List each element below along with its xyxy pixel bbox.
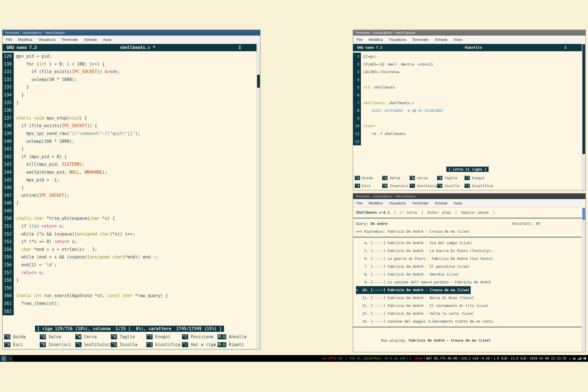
code-line: 145 mpv_pid = -1; bbox=[3, 176, 256, 184]
line-number: 149 bbox=[3, 207, 14, 215]
nano-shortcut[interactable]: ^X Esci bbox=[355, 182, 382, 190]
line-number: 141 bbox=[3, 145, 14, 153]
nano-shortcut[interactable]: ^\ Sostituisci bbox=[75, 341, 111, 349]
line-number: 12 bbox=[353, 138, 361, 146]
nano-shortcut[interactable]: ^/ Vai a riga bbox=[182, 341, 218, 349]
nano-shortcut[interactable]: ^\ Sostituisc bbox=[410, 182, 437, 190]
eject-icon[interactable] bbox=[573, 357, 576, 360]
empty-area bbox=[3, 315, 256, 326]
playlist-item[interactable]: 13. [--:--] Fabrizio De André - Volta la… bbox=[356, 310, 579, 318]
separator: | bbox=[507, 356, 510, 360]
line-number: 140 bbox=[3, 138, 14, 146]
skull-icon[interactable]: ☠ bbox=[569, 357, 571, 360]
playlist-item[interactable]: 12. [--:--] Fabrizio De André - Il testa… bbox=[356, 302, 579, 310]
nano-shortcut[interactable]: ^G Guida bbox=[355, 174, 382, 182]
volume-icon[interactable] bbox=[583, 357, 587, 360]
line-number: 135 bbox=[3, 99, 14, 107]
playlist-item[interactable]: 9. [--:--] La canzone dell'amore perduto… bbox=[356, 278, 579, 286]
playlist-item[interactable]: 7. [--:--] Fabrizio De André - Il pescat… bbox=[356, 263, 579, 270]
scrollbar[interactable] bbox=[256, 44, 260, 349]
playlist-item[interactable]: 5. [--:--] Fabrizio De André - La Guerra… bbox=[356, 247, 579, 255]
line-number: 151 bbox=[3, 223, 14, 230]
code-line: 154 char *end = s + strlen(s) - 1; bbox=[3, 246, 256, 254]
code-line: 7shellbeats: shellbeats.c bbox=[353, 99, 582, 107]
code-line: 144 waitpid(mpv_pid, NULL, WNOHANG); bbox=[3, 169, 256, 176]
workspace-button-2[interactable]: 2 bbox=[7, 356, 13, 361]
nano-shortcut[interactable]: ^G Guida bbox=[4, 333, 40, 341]
nano-shortcut[interactable]: ^W Cerca bbox=[75, 333, 111, 341]
menu-item-file[interactable]: File bbox=[356, 201, 363, 205]
playlist-item[interactable]: 14. [--:--] Canzone del maggio (Liberame… bbox=[356, 318, 579, 325]
nano-shortcut[interactable]: ^O Salva bbox=[40, 333, 75, 341]
menu-item-modifica[interactable]: Modifica bbox=[18, 38, 32, 42]
code-line: 2CFLAGS=-O2 -Wall -Wextra -std=c11 bbox=[353, 60, 582, 68]
separator: | bbox=[457, 356, 461, 360]
menu-item-visualizza[interactable]: Visualizza bbox=[38, 38, 55, 42]
menu-item-terminale[interactable]: Terminale bbox=[62, 38, 78, 42]
line-number: 145 bbox=[3, 176, 14, 184]
terminal-player[interactable]: ShellBeats v-0.1 | /: cerca | Enter: pla… bbox=[353, 207, 585, 352]
menu-item-file[interactable]: File bbox=[6, 38, 12, 42]
nano-shortcut[interactable]: ^R Inserisci bbox=[382, 182, 410, 190]
code-line: 149 bbox=[3, 207, 256, 215]
nano-shortcut[interactable]: ^W Cerca bbox=[410, 174, 437, 182]
nano-shortcut[interactable]: M-E Ripeti bbox=[218, 341, 253, 349]
menu-item-schede[interactable]: Schede bbox=[435, 38, 447, 42]
player-header: ShellBeats v-0.1 | /: cerca | Enter: pla… bbox=[356, 209, 579, 216]
scrollbar-thumb[interactable] bbox=[582, 44, 585, 154]
menu-item-aiuto[interactable]: Aiuto bbox=[454, 38, 462, 42]
nano-shortcut[interactable]: ^T Esegui bbox=[465, 174, 492, 182]
scrollbar-thumb[interactable] bbox=[257, 75, 260, 88]
nano-shortcut[interactable]: M-U Annulla bbox=[218, 333, 253, 341]
nano-shortcut[interactable]: ^J Giustifica bbox=[146, 341, 182, 349]
playlist-item-selected[interactable]: > 10. [--:--] Fabrizio De André - Creuza… bbox=[356, 286, 471, 294]
nano-filename: Makefile bbox=[382, 44, 564, 51]
scrollbar[interactable] bbox=[582, 207, 585, 352]
menu-item-visualizza[interactable]: Visualizza bbox=[389, 38, 406, 42]
titlebar[interactable]: Terminale - claudio@nes: ~/dev/C/player bbox=[353, 30, 585, 36]
menu-item-visualizza[interactable]: Visualizza bbox=[389, 201, 406, 205]
scrollbar-thumb[interactable] bbox=[582, 208, 585, 220]
line-number: 9 bbox=[353, 115, 361, 122]
nano-shortcut[interactable]: ^U Incolla bbox=[111, 341, 146, 349]
nano-shortcut[interactable]: ^R Inserisci bbox=[40, 341, 75, 349]
nano-shortcuts-row2: ^X Esci^R Inserisci^\ Sostituisc^U Incol… bbox=[353, 182, 582, 190]
playlist-item[interactable]: 6. [--:--] La guerra di Piero - Fabrizio… bbox=[356, 255, 579, 263]
code-line: 157 return s; bbox=[3, 269, 256, 277]
nano-flag: I bbox=[239, 44, 256, 51]
menu-item-modifica[interactable]: Modifica bbox=[369, 38, 383, 42]
code-area[interactable]: 129mpv_pid = pid;130 for (int i = 0; i <… bbox=[3, 51, 256, 315]
playlist-item[interactable]: 8. [--:--] Fabrizio De André - Geordie (… bbox=[356, 270, 579, 278]
menu-item-schede[interactable]: Schede bbox=[435, 201, 447, 205]
nano-shortcut[interactable]: ^K Taglia bbox=[111, 333, 146, 341]
code-area[interactable]: 1CC=gcc2CFLAGS=-O2 -Wall -Wextra -std=c1… bbox=[353, 51, 582, 145]
titlebar[interactable]: Terminale - claudio@nes: ~/dev/C/player bbox=[353, 193, 585, 199]
nano-shortcut[interactable]: ^U Incolla bbox=[437, 182, 465, 190]
network-signal-icon[interactable] bbox=[578, 357, 581, 360]
workspace-button-1[interactable]: 1 bbox=[1, 356, 6, 361]
separator: | bbox=[490, 356, 493, 360]
menu-item-terminale[interactable]: Terminale bbox=[412, 38, 429, 42]
query-value: De andre bbox=[371, 221, 388, 226]
terminal-editor[interactable]: GNU nano 7.2 shellbeats.c * I 129mpv_pid… bbox=[3, 44, 260, 349]
separator: | bbox=[478, 356, 482, 360]
nano-shortcut[interactable]: ^C Posizione bbox=[182, 333, 218, 341]
nano-shortcut[interactable]: ^O Salva bbox=[382, 174, 410, 182]
terminal-makefile[interactable]: GNU nano 7.2 Makefile I 1CC=gcc2CFLAGS=-… bbox=[353, 44, 585, 190]
nano-shortcut[interactable]: ^J Giustifica bbox=[465, 182, 492, 190]
menu-item-modifica[interactable]: Modifica bbox=[369, 201, 383, 205]
nano-shortcut[interactable]: ^K Taglia bbox=[437, 174, 465, 182]
taskbar-status-segment: E: down bbox=[409, 356, 423, 360]
menu-item-terminale[interactable]: Terminale bbox=[412, 201, 429, 205]
line-number: 155 bbox=[3, 253, 14, 261]
menu-item-aiuto[interactable]: Aiuto bbox=[103, 38, 112, 42]
playlist-item[interactable]: 4. [--:--] Fabrizio De André - Via del c… bbox=[356, 239, 579, 247]
playlist-item[interactable]: 11. [--:--] Fabrizio De André - Bocca Di… bbox=[356, 294, 579, 302]
menu-item-file[interactable]: File bbox=[356, 38, 363, 42]
nano-shortcut[interactable]: ^T Esegui bbox=[146, 333, 182, 341]
titlebar[interactable]: Terminale - claudio@nes: ~/dev/C/player bbox=[3, 30, 260, 36]
menu-item-aiuto[interactable]: Aiuto bbox=[454, 201, 462, 205]
nano-shortcut[interactable]: ^X Esci bbox=[4, 341, 40, 349]
scrollbar[interactable] bbox=[582, 44, 585, 190]
menu-item-schede[interactable]: Schede bbox=[84, 38, 97, 42]
